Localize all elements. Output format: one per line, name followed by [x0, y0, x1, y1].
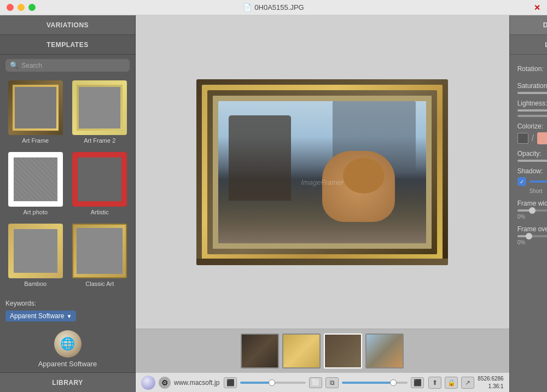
window-controls: [7, 4, 36, 11]
keywords-label: Keywords:: [5, 300, 130, 307]
frame-width-setting: Frame width: 5.08 % 0% 40%: [517, 200, 547, 220]
thumbnails-strip: [136, 329, 509, 372]
shadow-short-label: Short: [529, 188, 543, 194]
view-icon-4[interactable]: ⬛: [411, 377, 424, 388]
frame-over-handle[interactable]: [526, 233, 532, 239]
opacity-setting: Opacity: 100 %: [517, 150, 547, 162]
view-icon-1[interactable]: ⬛: [224, 377, 237, 388]
frame-over-header: Frame over image: 10 %: [517, 225, 547, 233]
export-icon[interactable]: ⬆: [428, 377, 441, 389]
template-thumb-classic-art: [72, 224, 127, 278]
keyword-badge-label: Apparent Software: [10, 312, 64, 320]
saturation-label: Saturation:: [517, 82, 547, 90]
template-label-bamboo: Bamboo: [24, 280, 46, 287]
status-url: www.macsoft.jp: [174, 379, 219, 387]
template-artistic[interactable]: Artistic: [70, 152, 130, 219]
search-bar: 🔍: [5, 59, 130, 72]
shadow-labels: Short Long: [517, 188, 547, 194]
document-icon: 📄: [243, 3, 252, 11]
colorize-row: /: [517, 132, 547, 144]
thumbnail-4[interactable]: [365, 334, 404, 368]
shadow-slider-row: [517, 177, 547, 186]
minimize-button[interactable]: [18, 4, 25, 11]
template-thumb-art-photo: [8, 152, 63, 207]
title-text: 0H0A5155.JPG: [254, 3, 304, 11]
template-thumb-art-frame-2: [72, 80, 127, 135]
slider-2[interactable]: [342, 382, 408, 384]
template-thumb-bamboo: [8, 224, 63, 278]
toolbar-center: ⬛ ⬜ ⧉ ⬛: [224, 377, 424, 388]
apparent-logo-icon: 🌐: [54, 330, 82, 358]
frame-width-range-labels: 0% 40%: [517, 214, 547, 220]
shadow-slider[interactable]: [529, 180, 547, 183]
titlebar: 📄 0H0A5155.JPG ✕: [0, 0, 547, 15]
shadow-header: Shadow: 100 %: [517, 167, 547, 175]
apparent-logo-text: Apparent Software: [38, 360, 97, 368]
keywords-section: Keywords: Apparent Software ▼: [0, 295, 135, 326]
opacity-header: Opacity: 100 %: [517, 150, 547, 157]
rotation-setting: Rotation: ↺: [517, 61, 547, 77]
saturation-header: Saturation: 100 %: [517, 82, 547, 90]
tab-layer-settings[interactable]: LAYER SETTINGS: [510, 35, 547, 55]
frame-width-header: Frame width: 5.08 %: [517, 200, 547, 207]
template-label-classic-art: Classic Art: [85, 280, 114, 287]
search-input[interactable]: [21, 62, 125, 69]
opacity-fill: [517, 160, 547, 162]
sidebar-library[interactable]: LIBRARY: [0, 372, 135, 392]
apparent-logo-area: 🌐 Apparent Software: [0, 326, 135, 372]
template-art-frame-2[interactable]: Art Frame 2: [70, 80, 130, 148]
template-bamboo[interactable]: Bamboo: [5, 224, 66, 291]
lightness-slider[interactable]: [517, 109, 547, 112]
template-classic-art[interactable]: Classic Art: [70, 224, 130, 291]
color-slash-icon: /: [532, 133, 534, 143]
lock-icon[interactable]: 🔒: [445, 377, 458, 389]
main-layout: VARIATIONS TEMPLATES 🔍 Art Frame: [0, 15, 547, 392]
app-logo-icon: [141, 376, 155, 390]
opacity-label: Opacity:: [517, 150, 542, 157]
maximize-button[interactable]: [28, 4, 36, 11]
color-bar-salmon[interactable]: [537, 132, 547, 144]
canvas-area: ImageFramer ⚙: [136, 15, 509, 392]
colorize-label: Colorize:: [517, 122, 543, 130]
template-label-art-frame-2: Art Frame 2: [84, 137, 115, 144]
saturation-setting: Saturation: 100 %: [517, 82, 547, 94]
gear-icon[interactable]: ⚙: [159, 377, 171, 389]
rotation-row: Rotation: ↺: [517, 61, 547, 77]
slider-1[interactable]: [240, 382, 306, 384]
frame-width-slider[interactable]: [517, 209, 547, 212]
thumbnail-3[interactable]: [324, 334, 362, 368]
template-label-art-photo: Art photo: [23, 209, 48, 215]
lightness-slider-2[interactable]: [517, 115, 547, 117]
keyword-badge-apparent[interactable]: Apparent Software ▼: [5, 311, 76, 321]
template-art-frame-1[interactable]: Art Frame: [5, 80, 66, 148]
view-icon-3[interactable]: ⧉: [325, 377, 339, 388]
template-label-artistic: Artistic: [91, 209, 109, 215]
tab-variations[interactable]: VARIATIONS: [0, 15, 135, 35]
saturation-slider[interactable]: [517, 92, 547, 94]
tab-design-settings[interactable]: DESIGN SETTINGS: [510, 15, 547, 35]
close-button[interactable]: [7, 4, 14, 11]
frame-over-slider[interactable]: [517, 235, 547, 237]
thumbnail-1[interactable]: [241, 334, 279, 368]
shadow-checkbox[interactable]: [517, 177, 526, 186]
tab-templates[interactable]: TEMPLATES: [0, 35, 135, 55]
settings-content: Rotation: ↺ Saturation: 100 %: [510, 55, 547, 252]
rotation-label: Rotation:: [517, 65, 544, 73]
shadow-setting: Shadow: 100 % Short Long: [517, 167, 547, 194]
color-swatch-black[interactable]: [517, 133, 528, 144]
view-icon-2[interactable]: ⬜: [309, 377, 322, 388]
colorize-header: Colorize:: [517, 122, 547, 130]
close-icon-red[interactable]: ✕: [534, 3, 540, 12]
colorize-setting: Colorize: /: [517, 122, 547, 144]
transform-icon[interactable]: ↗: [461, 377, 474, 389]
thumbnail-2[interactable]: [282, 334, 321, 368]
frame-width-label: Frame width:: [517, 200, 547, 207]
lightness-header: Lightness: 0 %: [517, 100, 547, 107]
frame-width-handle[interactable]: [529, 207, 536, 214]
lightness-fill: [517, 109, 547, 112]
toolbar-left: ⚙ www.macsoft.jp: [141, 376, 219, 390]
right-panel: DESIGN SETTINGS LAYER SETTINGS Rotation:…: [509, 15, 547, 392]
opacity-slider[interactable]: [517, 160, 547, 162]
template-label-art-frame-1: Art Frame: [22, 137, 49, 144]
template-art-photo[interactable]: Art photo: [5, 152, 66, 219]
